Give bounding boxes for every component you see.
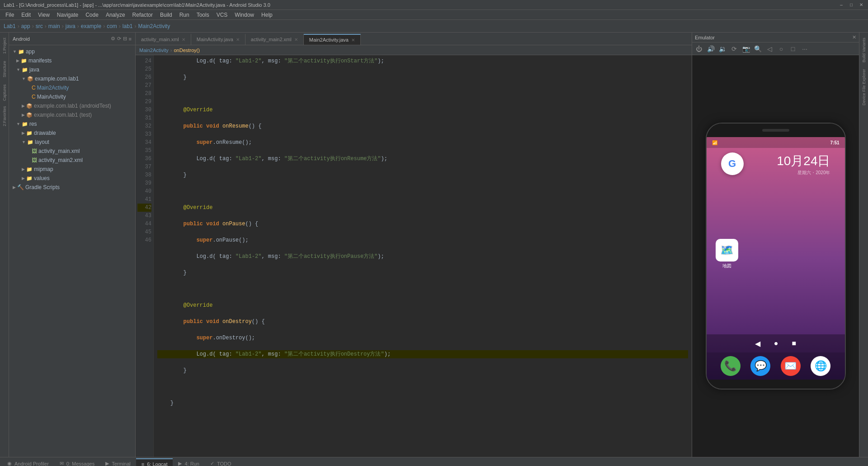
tab-activity-main2-xml[interactable]: activity_main2.xml ✕: [245, 34, 304, 45]
tab-close-mainactivity[interactable]: ✕: [236, 37, 240, 42]
nav-src[interactable]: src: [36, 23, 43, 29]
tree-item-activity-main-xml[interactable]: ▶ 🖼 activity_main.xml: [9, 147, 135, 156]
menu-refactor[interactable]: Refactor: [129, 11, 156, 19]
menu-run[interactable]: Run: [176, 11, 193, 19]
tree-sync-icon[interactable]: ⟳: [117, 36, 121, 42]
emulator-home-icon[interactable]: ○: [776, 44, 786, 54]
emulator-power-icon[interactable]: ⏻: [694, 44, 704, 54]
phone-gmail-icon[interactable]: ✉️: [781, 356, 801, 376]
title-text: Lab1 - [G:\Android_process\Lab1] - [app]…: [4, 2, 270, 8]
tab-close-activity-main2[interactable]: ✕: [294, 37, 298, 42]
phone-home-button[interactable]: ●: [774, 339, 778, 347]
menu-edit[interactable]: Edit: [18, 11, 34, 19]
emulator-close-icon[interactable]: ✕: [852, 34, 856, 40]
tree-item-drawable[interactable]: ▶ 📁 drawable: [9, 128, 135, 138]
nav-example[interactable]: example: [81, 23, 101, 29]
phone-network-icons: 📶: [712, 140, 717, 145]
tree-item-java[interactable]: ▼ 📁 java: [9, 65, 135, 74]
sidebar-project-icon[interactable]: 1:Project: [0, 34, 9, 57]
menu-build[interactable]: Build: [156, 11, 176, 19]
menu-analyze[interactable]: Analyze: [102, 11, 129, 19]
tab-android-profiler[interactable]: ◉ Android Profiler: [2, 458, 54, 466]
tree-item-mainactivity[interactable]: ▶ C MainActivity: [9, 92, 135, 101]
emulator-zoom-in-icon[interactable]: 🔍: [753, 44, 763, 54]
nav-lab1[interactable]: Lab1: [4, 23, 16, 29]
nav-java[interactable]: java: [66, 23, 75, 29]
emulator-volume-down-icon[interactable]: 🔉: [717, 44, 727, 54]
sidebar-favorites-icon[interactable]: 2:Favorites: [0, 105, 9, 128]
tab-activity-main-xml[interactable]: activity_main.xml ✕: [136, 34, 191, 45]
phone-google-button[interactable]: G: [721, 152, 744, 175]
editor-breadcrumb: Main2Activity › onDestroy(): [136, 45, 692, 55]
device-file-explorer-icon[interactable]: Device File Explorer: [860, 67, 868, 108]
phone-recent-button[interactable]: ■: [792, 339, 797, 347]
tree-settings-icon[interactable]: ≡: [129, 36, 132, 42]
code-editor[interactable]: Log.d( tag: "Lab1-2", msg: "第二个activity执…: [154, 55, 692, 457]
nav-app[interactable]: app: [21, 23, 30, 29]
tree-item-layout[interactable]: ▼ 📁 layout: [9, 138, 135, 147]
tab-run[interactable]: ▶ 4: Run: [173, 458, 204, 466]
emulator-square-icon[interactable]: □: [788, 44, 798, 54]
emulator-back-icon[interactable]: ◁: [764, 44, 774, 54]
phone-maps-icon[interactable]: 🗺️: [716, 239, 738, 262]
tree-item-main2activity[interactable]: ▶ C Main2Activity: [9, 83, 135, 92]
menu-code[interactable]: Code: [82, 11, 102, 19]
tab-messages[interactable]: ✉ 0: Messages: [54, 458, 100, 466]
tree-item-androidtest[interactable]: ▶ 📦 example.com.lab1 (androidTest): [9, 101, 135, 110]
phone-back-button[interactable]: ◀: [755, 339, 760, 348]
phone-chrome-icon[interactable]: 🌐: [811, 356, 830, 376]
sidebar-structure-icon[interactable]: Structure: [0, 58, 9, 81]
tab-main2activity-java[interactable]: Main2Activity.java ✕: [304, 34, 361, 45]
phone-dock: 📞 💬 ✉️ 🌐: [707, 352, 845, 380]
tree-header: Android ⚙ ⟳ ⊟ ≡: [9, 33, 135, 45]
tree-item-app[interactable]: ▼ 📁 app: [9, 47, 135, 56]
menu-navigate[interactable]: Navigate: [53, 11, 82, 19]
tab-logcat[interactable]: ≡ 6: Logcat: [136, 458, 173, 466]
tree-gear-icon[interactable]: ⚙: [111, 36, 115, 42]
tab-close-main2activity[interactable]: ✕: [351, 38, 355, 43]
menu-window[interactable]: Window: [231, 11, 258, 19]
code-area[interactable]: 24 25 26 27 28 29 30 31 32 33 34 35 36 3…: [136, 55, 692, 457]
tree-header-title: Android: [13, 36, 109, 42]
phone-status-bar: 📶 7:51: [707, 137, 845, 148]
menu-vcs[interactable]: VCS: [213, 11, 231, 19]
tree-collapse-icon[interactable]: ⊟: [123, 36, 127, 42]
tab-close-activity-main[interactable]: ✕: [182, 37, 185, 42]
tree-item-example-pkg[interactable]: ▼ 📦 example.com.lab1: [9, 74, 135, 83]
menu-bar: File Edit View Navigate Code Analyze Ref…: [0, 10, 868, 20]
menu-file[interactable]: File: [2, 11, 18, 19]
breadcrumb-class[interactable]: Main2Activity: [139, 48, 169, 53]
tree-item-test[interactable]: ▶ 📦 example.com.lab1 (test): [9, 110, 135, 119]
tree-item-res[interactable]: ▼ 📁 res: [9, 119, 135, 128]
nav-com[interactable]: com: [107, 23, 117, 29]
emulator-screenshot-icon[interactable]: 📷: [741, 44, 751, 54]
tree-item-manifests[interactable]: ▶ 📁 manifests: [9, 56, 135, 65]
tab-todo[interactable]: ✓ TODO: [205, 458, 237, 466]
phone-messages-icon[interactable]: 💬: [750, 356, 770, 376]
phone-screen[interactable]: 📶 7:51 G 10月24日 星期六・202: [707, 137, 845, 380]
tree-item-mipmap[interactable]: ▶ 📁 mipmap: [9, 165, 135, 174]
menu-view[interactable]: View: [34, 11, 53, 19]
tree-item-activity-main2-xml[interactable]: ▶ 🖼 activity_main2.xml: [9, 156, 135, 165]
menu-help[interactable]: Help: [258, 11, 276, 19]
sidebar-captures-icon[interactable]: Captures: [0, 81, 9, 104]
tab-terminal[interactable]: ▶ Terminal: [100, 458, 136, 466]
breadcrumb-method[interactable]: onDestroy(): [174, 48, 199, 53]
nav-lab1-pkg[interactable]: lab1: [123, 23, 133, 29]
phone-map-app[interactable]: 🗺️ 地図: [716, 239, 738, 269]
build-variants-icon[interactable]: Build Variants: [860, 34, 868, 66]
close-button[interactable]: ✕: [858, 2, 864, 8]
tab-mainactivity-java[interactable]: MainActivity.java ✕: [191, 34, 245, 45]
tree-item-gradle[interactable]: ▶ 🔨 Gradle Scripts: [9, 183, 135, 192]
nav-main2activity[interactable]: Main2Activity: [138, 23, 170, 29]
minimize-button[interactable]: –: [838, 2, 844, 8]
emulator-volume-up-icon[interactable]: 🔊: [706, 44, 716, 54]
tree-item-values[interactable]: ▶ 📁 values: [9, 174, 135, 183]
title-bar: Lab1 - [G:\Android_process\Lab1] - [app]…: [0, 0, 868, 10]
nav-main[interactable]: main: [48, 23, 60, 29]
emulator-rotate-icon[interactable]: ⟳: [729, 44, 739, 54]
phone-phone-icon[interactable]: 📞: [721, 356, 741, 376]
menu-tools[interactable]: Tools: [193, 11, 213, 19]
maximize-button[interactable]: □: [848, 2, 854, 8]
emulator-more-icon[interactable]: ···: [800, 44, 810, 54]
